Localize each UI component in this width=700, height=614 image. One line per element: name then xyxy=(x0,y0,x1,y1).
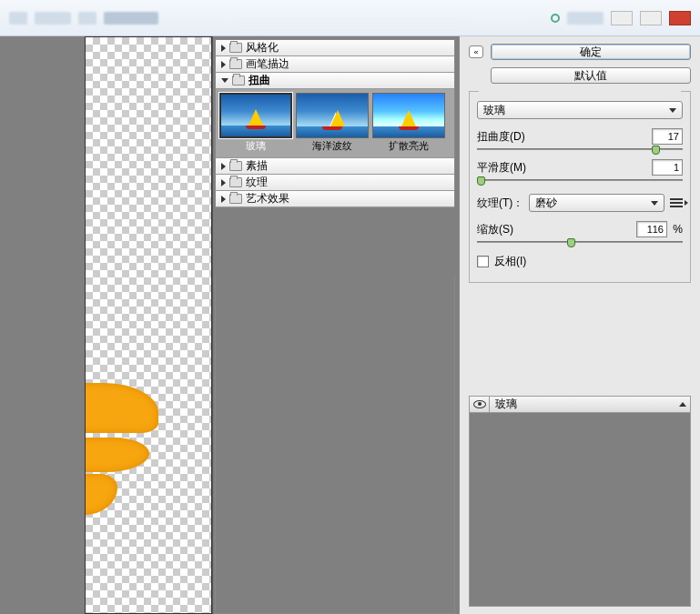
category-label: 艺术效果 xyxy=(246,191,289,206)
filter-list-empty xyxy=(215,276,455,614)
category-sketch[interactable]: 素描 xyxy=(216,158,454,175)
folder-icon xyxy=(229,161,242,171)
chevron-up-icon[interactable] xyxy=(679,402,686,407)
effect-layer-row[interactable]: 玻璃 xyxy=(470,397,690,413)
folder-icon xyxy=(232,75,245,86)
expand-icon xyxy=(221,45,226,52)
effect-layer-name: 玻璃 xyxy=(490,397,517,412)
category-texture[interactable]: 纹理 xyxy=(216,175,454,191)
invert-row: 反相(I) xyxy=(477,254,683,269)
effect-layers-panel: 玻璃 xyxy=(469,396,691,607)
close-button[interactable] xyxy=(669,11,691,25)
category-distort[interactable]: 扭曲 xyxy=(216,73,454,89)
thumb-glass[interactable]: 玻璃 xyxy=(219,93,292,154)
invert-label: 反相(I) xyxy=(494,254,526,269)
chevron-down-icon xyxy=(651,201,658,206)
filter-list-pane: 风格化 画笔描边 扭曲 玻璃 海洋波纹 xyxy=(212,36,459,614)
slider-thumb[interactable] xyxy=(477,176,485,186)
filter-params-panel: 玻璃 扭曲度(D) 平滑度(M) xyxy=(469,91,691,283)
filter-select-value: 玻璃 xyxy=(483,103,505,118)
texture-label: 纹理(T)： xyxy=(477,196,523,211)
percent-label: % xyxy=(673,223,683,236)
smoothness-label: 平滑度(M) xyxy=(477,160,526,176)
distortion-row: 扭曲度(D) xyxy=(477,128,683,150)
category-label: 风格化 xyxy=(246,40,279,55)
slider-thumb[interactable] xyxy=(567,238,575,247)
category-stylize[interactable]: 风格化 xyxy=(216,40,454,56)
thumb-label: 海洋波纹 xyxy=(296,138,369,154)
texture-select[interactable]: 磨砂 xyxy=(529,194,664,212)
invert-checkbox[interactable] xyxy=(477,256,489,267)
texture-flyout-icon[interactable] xyxy=(670,198,683,207)
effect-layers-empty xyxy=(470,413,690,606)
smoothness-row: 平滑度(M) xyxy=(477,159,683,181)
thumb-label: 玻璃 xyxy=(219,138,292,154)
distortion-slider[interactable] xyxy=(477,148,683,150)
ok-button[interactable]: 确定 xyxy=(491,44,691,60)
category-label: 纹理 xyxy=(246,175,268,190)
defaults-button[interactable]: 默认值 xyxy=(491,67,691,84)
smoothness-slider[interactable] xyxy=(477,179,683,181)
distortion-input[interactable] xyxy=(652,128,683,145)
folder-icon xyxy=(229,177,242,187)
expand-icon xyxy=(221,196,226,203)
texture-select-value: 磨砂 xyxy=(535,196,557,211)
distort-thumbnails: 玻璃 海洋波纹 扩散亮光 xyxy=(216,89,454,158)
expand-icon xyxy=(221,163,226,170)
folder-icon xyxy=(229,59,242,69)
thumb-label: 扩散亮光 xyxy=(372,138,445,154)
scaling-input[interactable] xyxy=(636,221,667,237)
maximize-button[interactable] xyxy=(640,11,662,25)
texture-row: 纹理(T)： 磨砂 xyxy=(477,194,683,212)
preview-canvas[interactable] xyxy=(85,36,212,614)
parameters-pane: « 确定 默认值 玻璃 扭曲度(D) xyxy=(459,36,700,614)
chevron-left-icon: « xyxy=(473,48,478,55)
category-label: 画笔描边 xyxy=(246,56,289,72)
preview-artwork xyxy=(85,383,177,519)
scaling-slider[interactable] xyxy=(477,241,683,243)
folder-icon xyxy=(229,194,242,204)
window-titlebar xyxy=(0,0,700,36)
preview-pane xyxy=(0,36,212,614)
slider-thumb[interactable] xyxy=(652,146,660,155)
category-artistic[interactable]: 艺术效果 xyxy=(216,191,454,207)
thumb-diffuse-glow[interactable]: 扩散亮光 xyxy=(372,93,445,154)
thumb-ocean-ripple[interactable]: 海洋波纹 xyxy=(296,93,369,154)
expand-icon xyxy=(221,179,226,186)
app-logo-icon xyxy=(551,14,560,23)
distortion-label: 扭曲度(D) xyxy=(477,129,525,145)
category-label: 素描 xyxy=(246,158,268,174)
minimize-button[interactable] xyxy=(611,11,633,25)
folder-icon xyxy=(229,43,242,53)
category-brushstrokes[interactable]: 画笔描边 xyxy=(216,56,454,73)
filter-select[interactable]: 玻璃 xyxy=(477,101,683,119)
chevron-down-icon xyxy=(669,108,676,113)
collapse-params-button[interactable]: « xyxy=(469,45,483,58)
expand-icon xyxy=(221,61,226,68)
scaling-row: 缩放(S) % xyxy=(477,221,683,243)
smoothness-input[interactable] xyxy=(652,159,683,176)
visibility-toggle[interactable] xyxy=(470,397,490,412)
scaling-label: 缩放(S) xyxy=(477,222,513,237)
collapse-icon xyxy=(221,78,228,83)
eye-icon xyxy=(473,400,486,408)
category-label: 扭曲 xyxy=(249,74,270,86)
